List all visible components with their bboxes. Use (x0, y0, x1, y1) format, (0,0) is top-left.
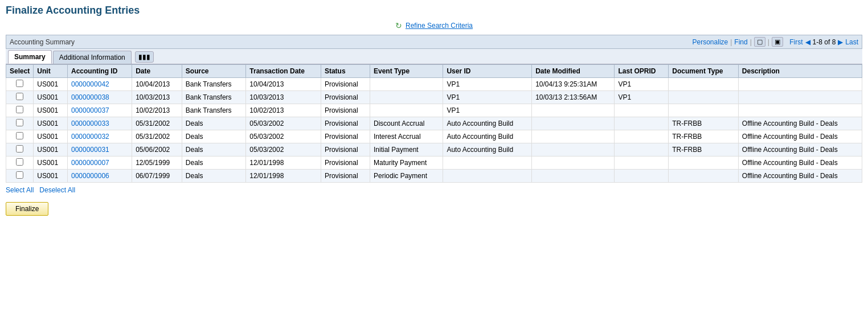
table-cell: Deals (182, 117, 245, 130)
tab-additional-information[interactable]: Additional Information (53, 51, 132, 64)
table-cell: Provisional (321, 104, 370, 117)
table-cell: Deals (182, 143, 245, 156)
table-cell (615, 156, 669, 170)
table-cell (669, 91, 739, 104)
table-cell: VP1 (443, 91, 532, 104)
table-cell: Auto Accounting Build (443, 117, 532, 130)
table-cell: 12/01/1998 (246, 156, 321, 170)
table-cell (615, 130, 669, 143)
row-checkbox[interactable] (16, 119, 23, 126)
table-cell: 05/03/2002 (246, 117, 321, 130)
grid-icon-button[interactable]: ▣ (772, 37, 783, 47)
table-cell: Offline Accounting Build - Deals (738, 117, 862, 130)
table-row: US001000000004210/04/2013Bank Transfers1… (6, 78, 862, 91)
table-cell: US001 (34, 91, 68, 104)
table-cell (370, 91, 443, 104)
table-row: US001000000003305/31/2002Deals05/03/2002… (6, 117, 862, 130)
accounting-id-link[interactable]: 0000000032 (71, 133, 109, 141)
table-row: US001000000003810/03/2013Bank Transfers1… (6, 91, 862, 104)
table-cell: Offline Accounting Build - Deals (738, 130, 862, 143)
table-cell (532, 117, 615, 130)
last-nav[interactable]: Last (845, 38, 858, 46)
row-checkbox[interactable] (16, 80, 23, 87)
table-cell: TR-FRBB (669, 143, 739, 156)
table-cell: Periodic Payment (370, 170, 443, 183)
table-cell (443, 170, 532, 183)
row-checkbox[interactable] (16, 145, 23, 153)
accounting-id-link[interactable]: 0000000038 (71, 93, 109, 101)
col-description: Description (738, 65, 862, 78)
accounting-id-link[interactable]: 0000000031 (71, 146, 109, 154)
col-last-oprid: Last OPRID (615, 65, 669, 78)
table-cell (532, 130, 615, 143)
table-cell: 06/07/1999 (132, 170, 182, 183)
table-cell: 05/31/2002 (132, 117, 182, 130)
table-cell: Provisional (321, 91, 370, 104)
first-nav[interactable]: First (789, 38, 803, 46)
table-cell: Deals (182, 156, 245, 170)
table-cell: Offline Accounting Build - Deals (738, 143, 862, 156)
accounting-summary-header: Accounting Summary Personalize | Find | … (6, 35, 862, 49)
row-checkbox[interactable] (16, 158, 23, 166)
find-link[interactable]: Find (734, 38, 747, 46)
table-cell: TR-FRBB (669, 130, 739, 143)
accounting-id-link[interactable]: 0000000033 (71, 120, 109, 127)
pagination-range: 1-8 of 8 (813, 38, 836, 46)
row-checkbox[interactable] (16, 106, 23, 113)
table-row: US001000000003105/06/2002Deals05/03/2002… (6, 143, 862, 156)
table-row: US001000000000606/07/1999Deals12/01/1998… (6, 170, 862, 183)
table-cell (443, 156, 532, 170)
accounting-id-link[interactable]: 0000000042 (71, 80, 109, 88)
tab-summary[interactable]: Summary (8, 50, 52, 64)
table-cell: 10/02/2013 (246, 104, 321, 117)
table-cell: VP1 (615, 78, 669, 91)
table-cell: 12/05/1999 (132, 156, 182, 170)
refresh-icon: ↻ (395, 21, 402, 30)
personalize-link[interactable]: Personalize (693, 38, 728, 46)
view-icon-button[interactable]: ▢ (754, 37, 765, 47)
row-checkbox[interactable] (16, 93, 23, 100)
table-cell: Initial Payment (370, 143, 443, 156)
pagination-first (785, 38, 787, 46)
table-cell: Provisional (321, 156, 370, 170)
table-cell: 10/03/2013 (132, 91, 182, 104)
table-cell: VP1 (615, 91, 669, 104)
col-accounting-id: Accounting ID (68, 65, 132, 78)
prev-nav[interactable]: ◀ (805, 38, 810, 46)
table-cell: Provisional (321, 170, 370, 183)
table-cell: US001 (34, 117, 68, 130)
accounting-entries-table: Select Unit Accounting ID Date Source Tr… (6, 64, 862, 183)
deselect-all-link[interactable]: Deselect All (39, 186, 75, 194)
table-cell: 10/04/13 9:25:31AM (532, 78, 615, 91)
table-cell: Auto Accounting Build (443, 130, 532, 143)
row-checkbox[interactable] (16, 171, 23, 179)
table-cell: 05/03/2002 (246, 130, 321, 143)
table-cell: Interest Accrual (370, 130, 443, 143)
refine-search-link[interactable]: Refine Search Criteria (406, 22, 473, 30)
table-cell (738, 91, 862, 104)
table-cell: 05/03/2002 (246, 143, 321, 156)
table-cell: 10/03/13 2:13:56AM (532, 91, 615, 104)
table-cell (669, 104, 739, 117)
next-nav[interactable]: ▶ (838, 38, 843, 46)
table-cell: 10/03/2013 (246, 91, 321, 104)
accounting-id-link[interactable]: 0000000006 (71, 172, 109, 180)
accounting-id-link[interactable]: 0000000007 (71, 159, 109, 167)
table-cell: Bank Transfers (182, 91, 245, 104)
table-row: US001000000000712/05/1999Deals12/01/1998… (6, 156, 862, 170)
table-cell: Provisional (321, 130, 370, 143)
table-cell: US001 (34, 78, 68, 91)
tab-icon-button[interactable]: ▮▮▮ (135, 51, 154, 63)
table-cell (615, 170, 669, 183)
table-cell: US001 (34, 156, 68, 170)
table-cell (669, 170, 739, 183)
row-checkbox[interactable] (16, 132, 23, 139)
table-cell: Provisional (321, 117, 370, 130)
table-cell (370, 78, 443, 91)
col-source: Source (182, 65, 245, 78)
finalize-button[interactable]: Finalize (6, 202, 48, 216)
col-event-type: Event Type (370, 65, 443, 78)
table-cell (532, 143, 615, 156)
select-all-link[interactable]: Select All (6, 186, 34, 194)
accounting-id-link[interactable]: 0000000037 (71, 106, 109, 114)
